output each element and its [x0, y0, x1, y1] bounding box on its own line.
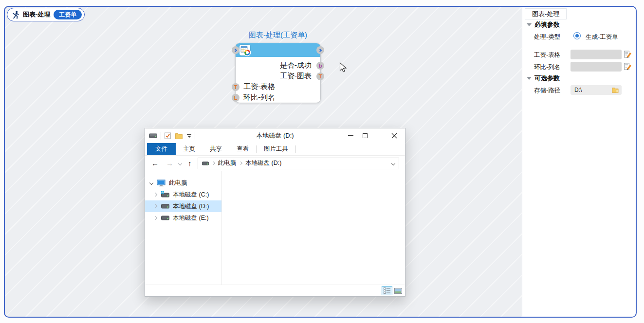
salary-table-input[interactable]	[570, 50, 622, 59]
quick-access-toolbar	[149, 132, 199, 140]
input-label: 环比-列名	[243, 93, 275, 102]
computer-icon	[157, 179, 166, 187]
expander-collapsed-icon[interactable]	[153, 193, 157, 197]
donut-chart-glyph	[244, 50, 250, 55]
address-bar[interactable]: 此电脑 本地磁盘 (D:)	[198, 158, 400, 169]
input-label: 工资-表格	[243, 82, 275, 91]
qat-dropdown-icon[interactable]	[187, 134, 191, 138]
edit-pencil-icon	[624, 62, 632, 71]
process-type-value: 生成-工资单	[586, 33, 618, 41]
ribbon-tabs: 文件 主页 共享 查看 图片工具	[145, 143, 405, 156]
back-button[interactable]: ←	[151, 160, 159, 167]
edit-pencil-icon	[624, 50, 632, 58]
canvas-tab-label: 图表-处理	[23, 10, 50, 19]
separator	[295, 145, 296, 153]
separator	[195, 132, 195, 140]
canvas-tab[interactable]: 图表-处理 工资单	[7, 8, 85, 21]
drive-icon	[161, 203, 169, 209]
node-title: 图表-处理(工资单)	[235, 31, 321, 40]
optional-params-section-title[interactable]: 可选参数	[534, 74, 560, 83]
output-port-table[interactable]: T	[316, 72, 324, 80]
output-port-bool[interactable]: b	[316, 62, 324, 70]
status-bar	[145, 285, 405, 296]
panel-tab[interactable]: 图表-处理	[525, 8, 567, 19]
ratio-column-edit-button[interactable]	[623, 62, 632, 71]
tab-picture-tools[interactable]: 图片工具	[257, 143, 295, 155]
flow-in-port[interactable]	[232, 46, 239, 54]
properties-panel: 图表-处理 必填参数 处理-类型 生成-工资单 工资-表格 环比-列名 可选参数…	[522, 7, 635, 317]
output-label: 工资-图表	[280, 72, 312, 81]
drive-icon	[149, 133, 157, 139]
recent-locations-dropdown-icon[interactable]	[178, 161, 182, 165]
tree-item-drive-d[interactable]: 本地磁盘 (D:)	[145, 200, 221, 212]
required-params-section-title[interactable]: 必填参数	[534, 20, 560, 29]
canvas-tab-badge: 工资单	[54, 10, 82, 19]
expander-collapsed-icon[interactable]	[153, 216, 157, 220]
tree-item-drive-c[interactable]: 本地磁盘 (C:)	[145, 189, 221, 200]
breadcrumb-chevron-icon[interactable]	[211, 162, 215, 165]
breadcrumb-drive-d[interactable]: 本地磁盘 (D:)	[245, 159, 281, 167]
salary-table-label: 工资-表格	[534, 51, 560, 59]
drive-icon	[202, 161, 209, 166]
collapse-triangle-icon[interactable]	[527, 77, 532, 80]
breadcrumb-chevron-icon[interactable]	[239, 162, 242, 165]
tree-item-label: 本地磁盘 (C:)	[173, 191, 209, 199]
expander-expanded-icon[interactable]	[149, 181, 153, 185]
process-type-radio[interactable]	[573, 32, 581, 39]
tree-item-this-pc[interactable]: 此电脑	[145, 177, 221, 189]
drive-icon	[161, 215, 169, 221]
mouse-cursor	[339, 62, 347, 75]
runner-icon	[12, 11, 19, 19]
salary-table-edit-button[interactable]	[623, 50, 632, 58]
tree-item-label: 此电脑	[169, 179, 187, 187]
details-view-button[interactable]	[382, 286, 392, 295]
ratio-column-input[interactable]	[570, 62, 622, 72]
node-header[interactable]	[236, 43, 320, 57]
storage-path-input[interactable]: D:\	[570, 85, 622, 95]
address-bar-row: ← → ↑ 此电脑 本地磁盘 (D:)	[145, 156, 405, 171]
tree-item-label: 本地磁盘 (E:)	[173, 214, 209, 222]
checkbox-properties-icon[interactable]	[165, 132, 171, 139]
flow-out-port[interactable]	[316, 46, 324, 54]
address-dropdown-icon[interactable]	[391, 161, 395, 165]
explorer-titlebar[interactable]: 本地磁盘 (D:)	[145, 128, 405, 143]
tab-share[interactable]: 共享	[202, 143, 229, 155]
tree-item-label: 本地磁盘 (D:)	[173, 202, 209, 211]
chevron-right-icon	[318, 48, 321, 52]
forward-button[interactable]: →	[166, 160, 173, 167]
tab-view[interactable]: 查看	[229, 143, 256, 155]
breadcrumb-this-pc[interactable]: 此电脑	[218, 159, 237, 167]
chevron-right-icon	[233, 48, 237, 52]
explorer-content: 此电脑 本地磁盘 (C:) 本地磁盘 (D:)	[145, 171, 405, 285]
separator	[161, 132, 161, 140]
tab-home[interactable]: 主页	[176, 143, 202, 155]
input-port-table[interactable]: T	[232, 83, 239, 91]
process-type-label: 处理-类型	[534, 33, 560, 41]
tab-file[interactable]: 文件	[147, 143, 176, 155]
up-button[interactable]: ↑	[188, 160, 192, 167]
input-port-list[interactable]: L	[232, 94, 239, 102]
explorer-window: 本地磁盘 (D:) 文件 主页 共享 查看 图片工具 ← → ↑ 此电脑	[145, 128, 405, 297]
expander-collapsed-icon[interactable]	[153, 204, 157, 208]
tree-item-drive-e[interactable]: 本地磁盘 (E:)	[145, 212, 221, 224]
folder-browse-icon[interactable]	[612, 87, 619, 93]
flow-node[interactable]: 是否-成功 b 工资-图表 T T 工资-表格 L 环比-列名	[235, 43, 321, 103]
node-chart-table-icon	[239, 45, 250, 55]
collapse-triangle-icon[interactable]	[527, 23, 532, 26]
ratio-column-label: 环比-列名	[534, 63, 560, 72]
minimize-button[interactable]	[344, 128, 357, 143]
output-label: 是否-成功	[280, 61, 312, 70]
file-list-pane	[222, 171, 405, 285]
storage-path-label: 存储-路径	[534, 87, 560, 95]
storage-path-value: D:\	[574, 87, 582, 93]
navigation-tree: 此电脑 本地磁盘 (C:) 本地磁盘 (D:)	[145, 171, 222, 285]
system-drive-icon	[161, 191, 169, 198]
new-folder-icon[interactable]	[175, 133, 183, 139]
thumbnail-view-button[interactable]	[393, 286, 404, 295]
maximize-button[interactable]	[358, 128, 372, 143]
close-button[interactable]	[386, 128, 403, 143]
